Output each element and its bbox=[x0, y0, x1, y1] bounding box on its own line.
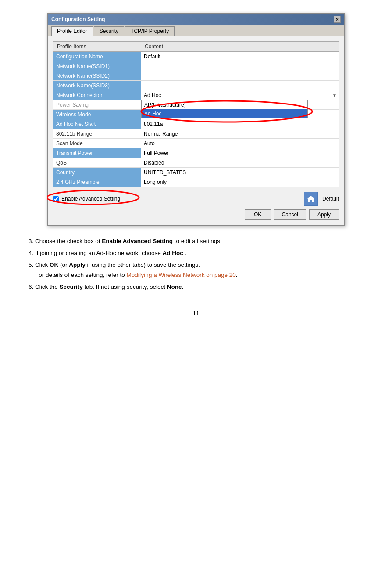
instruction-4-text-after: . bbox=[185, 250, 186, 256]
dialog-buttons: OK Cancel Apply bbox=[53, 209, 339, 220]
dialog-titlebar: Configuration Setting × bbox=[48, 14, 344, 25]
table-row: Network Name(SSID2) bbox=[53, 71, 339, 81]
label-ssid1: Network Name(SSID1) bbox=[53, 61, 141, 71]
instruction-3-text-before: Choose the check box of bbox=[35, 238, 102, 244]
table-row: Network Name(SSID1) bbox=[53, 61, 339, 71]
value-scan-mode[interactable]: Auto bbox=[141, 139, 339, 148]
value-transmit-power[interactable]: Full Power bbox=[141, 148, 339, 158]
label-scan-mode: Scan Mode bbox=[53, 139, 141, 148]
label-adhoc-net-start: Ad Hoc Net Start bbox=[53, 119, 141, 129]
value-ssid1[interactable] bbox=[141, 61, 339, 71]
table-row: Network Name(SSID3) bbox=[53, 81, 339, 90]
col-profile-header: Profile Items bbox=[53, 42, 141, 51]
instruction-3-text-after: to edit all settings. bbox=[175, 238, 222, 244]
home-default-area: Default bbox=[304, 192, 339, 206]
instruction-6-none: None bbox=[167, 283, 182, 290]
option-ap-infrastructure[interactable]: AP(Infrastructure) bbox=[142, 100, 307, 109]
page-number: 11 bbox=[9, 310, 383, 316]
table-header: Profile Items Content bbox=[53, 42, 339, 52]
value-country[interactable]: UNITED_STATES bbox=[141, 168, 339, 177]
label-ssid3: Network Name(SSID3) bbox=[53, 81, 141, 90]
label-power-saving: Power Saving bbox=[53, 100, 141, 109]
cancel-button[interactable]: Cancel bbox=[274, 209, 306, 220]
label-wireless-mode: Wireless Mode bbox=[53, 110, 141, 119]
instruction-5-ok: OK bbox=[50, 262, 58, 268]
value-ssid3[interactable] bbox=[141, 81, 339, 90]
instruction-5-period: . bbox=[236, 272, 238, 278]
instruction-4-text-before: If joining or creating an Ad-Hoc network… bbox=[35, 250, 162, 256]
value-adhoc-net-start[interactable]: 802.11a bbox=[141, 119, 339, 129]
modifying-network-link[interactable]: Modifying a Wireless Network on page 20 bbox=[127, 272, 236, 278]
instruction-item-5: Click OK (or Apply if using the other ta… bbox=[35, 260, 370, 280]
table-row: Configuration Name Default bbox=[53, 52, 339, 61]
value-ssid2[interactable] bbox=[141, 71, 339, 80]
home-icon bbox=[307, 195, 315, 203]
enable-advanced-setting-area: Enable Advanced Setting bbox=[53, 196, 120, 202]
instruction-5-apply: Apply bbox=[69, 262, 86, 268]
enable-advanced-checkbox[interactable] bbox=[53, 196, 59, 202]
checkbox-container: Enable Advanced Setting bbox=[53, 193, 120, 204]
table-row: QoS Disabled bbox=[53, 158, 339, 168]
default-label: Default bbox=[322, 196, 339, 202]
label-ssid2: Network Name(SSID2) bbox=[53, 71, 141, 80]
value-qos[interactable]: Disabled bbox=[141, 158, 339, 167]
label-country: Country bbox=[53, 168, 141, 177]
enable-advanced-label: Enable Advanced Setting bbox=[61, 196, 120, 202]
configuration-dialog: Configuration Setting × Profile Editor S… bbox=[47, 13, 345, 226]
label-config-name: Configuration Name bbox=[53, 52, 141, 61]
option-ad-hoc[interactable]: Ad Hoc bbox=[142, 109, 307, 118]
value-24ghz-preamble[interactable]: Long only bbox=[141, 177, 339, 187]
dropdown-arrow-icon[interactable]: ▼ bbox=[332, 93, 337, 97]
value-config-name[interactable]: Default bbox=[141, 52, 339, 61]
table-row: Ad Hoc Net Start 802.11a bbox=[53, 119, 339, 129]
label-transmit-power: Transmit Power bbox=[53, 148, 141, 158]
label-80211b-range: 802.11b Range bbox=[53, 129, 141, 138]
label-qos: QoS bbox=[53, 158, 141, 167]
instruction-3-bold: Enable Advanced Setting bbox=[102, 238, 173, 244]
home-button[interactable] bbox=[304, 192, 318, 206]
value-80211b-range[interactable]: Normal Range bbox=[141, 129, 339, 138]
dialog-content: Profile Items Content Configuration Name… bbox=[48, 36, 344, 225]
close-button[interactable]: × bbox=[334, 16, 341, 23]
instruction-5-line2: For details of each setting, refer to bbox=[35, 272, 127, 278]
instruction-6-security: Security bbox=[60, 283, 83, 290]
instruction-item-3: Choose the check box of Enable Advanced … bbox=[35, 237, 370, 247]
tab-profile-editor[interactable]: Profile Editor bbox=[51, 26, 93, 36]
table-row: Transmit Power Full Power bbox=[53, 148, 339, 158]
network-connection-value: Ad Hoc bbox=[144, 92, 161, 98]
instructions-section: Choose the check box of Enable Advanced … bbox=[9, 237, 383, 292]
tab-tcpip[interactable]: TCP/IP Property bbox=[125, 26, 175, 36]
value-network-connection[interactable]: Ad Hoc ▼ AP(Infrastructure) Ad Hoc bbox=[141, 90, 339, 100]
table-row: Country UNITED_STATES bbox=[53, 168, 339, 177]
table-row: 802.11b Range Normal Range bbox=[53, 129, 339, 139]
dialog-title: Configuration Setting bbox=[51, 16, 105, 22]
ok-button[interactable]: OK bbox=[245, 209, 271, 220]
instruction-5-text: Click OK (or Apply if using the other ta… bbox=[35, 262, 200, 268]
table-row: 2.4 GHz Preamble Long only bbox=[53, 177, 339, 187]
tab-bar: Profile Editor Security TCP/IP Property bbox=[48, 25, 344, 36]
col-content-header: Content bbox=[141, 42, 339, 51]
instruction-6-text: Click the Security tab. If not using sec… bbox=[35, 283, 183, 290]
label-24ghz-preamble: 2.4 GHz Preamble bbox=[53, 177, 141, 187]
tab-security[interactable]: Security bbox=[94, 26, 124, 36]
table-row-network-connection: Network Connection Ad Hoc ▼ AP(Infrastru… bbox=[53, 90, 339, 100]
label-network-connection: Network Connection bbox=[53, 90, 141, 100]
instruction-item-4: If joining or creating an Ad-Hoc network… bbox=[35, 248, 370, 258]
instruction-4-bold: Ad Hoc bbox=[162, 250, 183, 256]
svg-marker-2 bbox=[307, 196, 314, 202]
table-row: Scan Mode Auto bbox=[53, 139, 339, 148]
apply-button[interactable]: Apply bbox=[309, 209, 339, 220]
network-connection-dropdown[interactable]: AP(Infrastructure) Ad Hoc bbox=[141, 100, 308, 118]
profile-table: Profile Items Content Configuration Name… bbox=[53, 41, 339, 187]
instruction-item-6: Click the Security tab. If not using sec… bbox=[35, 282, 370, 292]
